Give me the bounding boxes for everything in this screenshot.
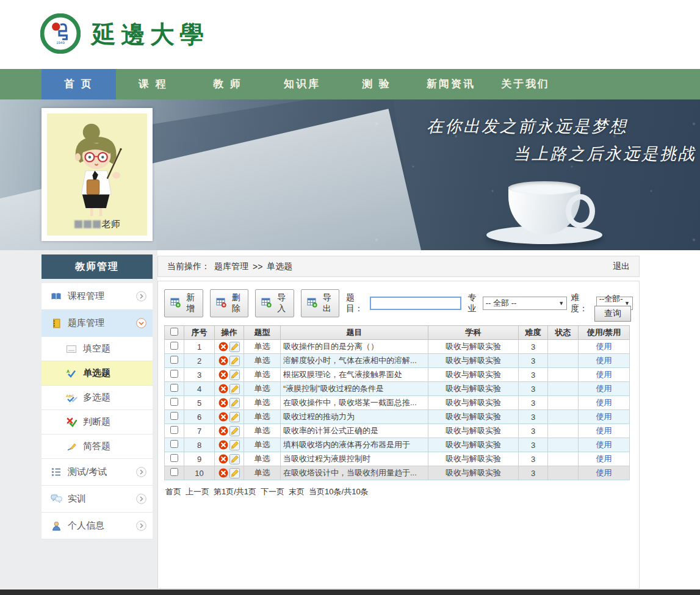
row-checkbox[interactable] bbox=[170, 398, 178, 406]
breadcrumb-parent[interactable]: 题库管理 bbox=[214, 261, 248, 272]
edit-icon[interactable] bbox=[229, 412, 240, 422]
edit-icon[interactable] bbox=[229, 342, 240, 352]
row-select-cell bbox=[165, 354, 184, 368]
usage-link[interactable]: 使用 bbox=[596, 426, 612, 435]
row-checkbox[interactable] bbox=[170, 426, 178, 434]
edit-icon[interactable] bbox=[229, 454, 240, 464]
operations bbox=[217, 454, 241, 464]
nav-item-6[interactable]: 关于我们 bbox=[488, 69, 563, 99]
sidebar-item-fill-blank[interactable]: 填空题 bbox=[41, 337, 153, 361]
main-content: 当前操作： 题库管理 >> 单选题 退出 新增删除导入导出 题目： 专业 -- … bbox=[157, 250, 700, 590]
row-checkbox[interactable] bbox=[170, 468, 178, 476]
row-checkbox[interactable] bbox=[170, 440, 178, 448]
select-all-checkbox[interactable] bbox=[170, 328, 178, 336]
teacher-avatar-card: 老师 bbox=[41, 108, 153, 241]
cell-question-type: 单选 bbox=[244, 396, 281, 410]
row-select-cell bbox=[165, 382, 184, 396]
title-search-input[interactable] bbox=[370, 297, 461, 310]
edit-icon[interactable] bbox=[229, 426, 240, 436]
usage-link[interactable]: 使用 bbox=[596, 468, 612, 477]
nav-item-3[interactable]: 知识库 bbox=[265, 69, 339, 99]
cell-difficulty: 3 bbox=[519, 424, 548, 438]
export-button[interactable]: 导出 bbox=[301, 289, 340, 317]
nav-item-4[interactable]: 测 验 bbox=[339, 69, 414, 99]
nav-item-5[interactable]: 新闻资讯 bbox=[414, 69, 488, 99]
row-checkbox[interactable] bbox=[170, 370, 178, 378]
sidebar-item-training[interactable]: 实训 bbox=[41, 486, 153, 513]
chevron-right-circle-icon bbox=[136, 291, 146, 301]
delete-icon[interactable] bbox=[218, 398, 228, 408]
pagination-link[interactable]: 首页 bbox=[165, 486, 181, 497]
delete-icon[interactable] bbox=[218, 468, 228, 478]
usage-link[interactable]: 使用 bbox=[596, 454, 612, 463]
sidebar-menu: 课程管理题库管理填空题A单选题ABC多选题判断题简答题测试/考试实训个人信息 bbox=[41, 283, 153, 539]
sidebar-item-question-bank[interactable]: 题库管理 bbox=[41, 310, 153, 337]
cell-seq: 2 bbox=[184, 354, 215, 368]
cell-status bbox=[548, 340, 579, 354]
university-name: 延邊大學 bbox=[92, 18, 209, 51]
logo-year-text: 1949 bbox=[56, 40, 65, 44]
delete-icon[interactable] bbox=[218, 356, 228, 366]
row-checkbox[interactable] bbox=[170, 412, 178, 420]
toolbar-buttons: 新增删除导入导出 bbox=[164, 289, 346, 317]
nav-item-2[interactable]: 教 师 bbox=[190, 69, 265, 99]
short-answer-icon bbox=[65, 442, 78, 451]
usage-link[interactable]: 使用 bbox=[596, 384, 612, 393]
table-row: 8单选填料吸收塔内的液体再分布器是用于吸收与解吸实验3使用 bbox=[165, 438, 630, 452]
usage-link[interactable]: 使用 bbox=[596, 342, 612, 351]
table-row: 2单选溶解度较小时，气体在液相中的溶解...吸收与解吸实验3使用 bbox=[165, 354, 630, 368]
notebook-icon bbox=[49, 319, 63, 328]
usage-link[interactable]: 使用 bbox=[596, 398, 612, 407]
table-plus-icon bbox=[307, 298, 318, 309]
cell-operations bbox=[215, 382, 244, 396]
chevron-down-circle-icon bbox=[136, 318, 146, 328]
cell-usage: 使用 bbox=[579, 368, 630, 382]
row-checkbox[interactable] bbox=[170, 342, 178, 350]
sidebar-item-profile[interactable]: 个人信息 bbox=[41, 513, 153, 539]
import-button[interactable]: 导入 bbox=[255, 289, 294, 317]
delete-icon[interactable] bbox=[218, 440, 228, 450]
table-row: 1单选吸收操作的目的是分离（）吸收与解吸实验3使用 bbox=[165, 340, 630, 354]
delete-icon[interactable] bbox=[218, 342, 228, 352]
add-button[interactable]: 新增 bbox=[164, 289, 203, 317]
nav-item-1[interactable]: 课 程 bbox=[116, 69, 190, 99]
usage-link[interactable]: 使用 bbox=[596, 412, 612, 421]
sidebar-item-single-choice[interactable]: A单选题 bbox=[41, 361, 153, 386]
toolbar-button-label: 导入 bbox=[275, 292, 288, 314]
cell-difficulty: 3 bbox=[519, 438, 548, 452]
sidebar-item-test-exam[interactable]: 测试/考试 bbox=[41, 459, 153, 486]
usage-link[interactable]: 使用 bbox=[596, 370, 612, 379]
sidebar-item-course-mgmt[interactable]: 课程管理 bbox=[41, 283, 153, 310]
delete-icon[interactable] bbox=[218, 384, 228, 394]
logout-link[interactable]: 退出 bbox=[613, 261, 630, 272]
usage-link[interactable]: 使用 bbox=[596, 356, 612, 365]
major-select[interactable]: -- 全部 -- ▼ bbox=[483, 297, 567, 310]
pagination-link[interactable]: 上一页 bbox=[186, 486, 209, 497]
search-button[interactable]: 查询 bbox=[594, 306, 631, 322]
nav-item-0[interactable]: 首 页 bbox=[41, 69, 116, 99]
usage-link[interactable]: 使用 bbox=[596, 440, 612, 449]
pagination-link[interactable]: 下一页 bbox=[261, 486, 284, 497]
row-checkbox[interactable] bbox=[170, 454, 178, 462]
question-table: 序号操作题型题目学科难度状态使用/禁用 1单选吸收操作的目的是分离（）吸收与解吸… bbox=[164, 325, 630, 480]
row-checkbox[interactable] bbox=[170, 356, 178, 364]
edit-icon[interactable] bbox=[229, 370, 240, 380]
delete-button[interactable]: 删除 bbox=[210, 289, 249, 317]
edit-icon[interactable] bbox=[229, 384, 240, 394]
delete-icon[interactable] bbox=[218, 426, 228, 436]
toolbar-button-label: 删除 bbox=[230, 292, 243, 314]
column-header: 操作 bbox=[215, 326, 244, 340]
sidebar-item-short-answer[interactable]: 简答题 bbox=[41, 435, 153, 459]
edit-icon[interactable] bbox=[229, 398, 240, 408]
edit-icon[interactable] bbox=[229, 468, 240, 478]
edit-icon[interactable] bbox=[229, 440, 240, 450]
sidebar-item-judge[interactable]: 判断题 bbox=[41, 410, 153, 435]
delete-icon[interactable] bbox=[218, 412, 228, 422]
delete-icon[interactable] bbox=[218, 454, 228, 464]
sidebar-item-multi-choice[interactable]: ABC多选题 bbox=[41, 386, 153, 410]
row-checkbox[interactable] bbox=[170, 384, 178, 392]
delete-icon[interactable] bbox=[218, 370, 228, 380]
edit-icon[interactable] bbox=[229, 356, 240, 366]
row-select-cell bbox=[165, 424, 184, 438]
pagination-link[interactable]: 末页 bbox=[289, 486, 305, 497]
